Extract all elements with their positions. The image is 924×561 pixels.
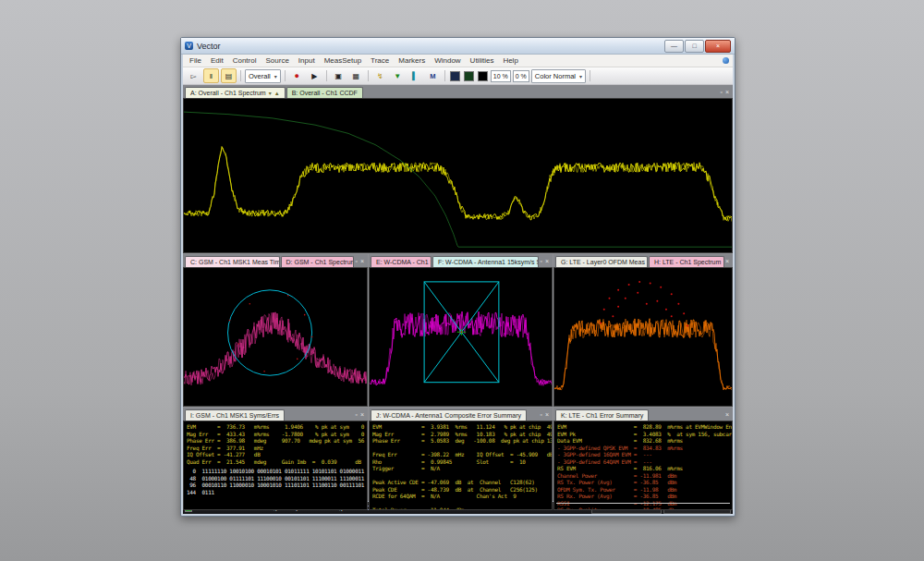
pause-button[interactable]: ‖ <box>203 68 219 83</box>
percent-field-2[interactable]: 0 % <box>513 70 529 82</box>
menu-file[interactable]: File <box>185 56 206 65</box>
pane-lte: G: LTE - Layer0 OFDM Meas H: LTE - Ch1 S… <box>553 254 733 407</box>
tab-gsm-syms-errs[interactable]: I: GSM - Ch1 MSK1 Syms/Errs <box>185 409 285 421</box>
trace-color-swatch-3[interactable] <box>478 71 488 81</box>
tab-wcdma-meas-time[interactable]: F: W-CDMA - Antenna1 15ksym/s SF256(I) M… <box>432 256 539 267</box>
app-icon: V <box>185 42 193 50</box>
measurement-preset-dropdown[interactable]: Overall▾ <box>245 69 281 83</box>
pane-undock-icon[interactable]: ▫ <box>540 411 541 419</box>
close-button[interactable]: × <box>705 40 731 53</box>
summary-end-divider <box>556 503 730 504</box>
menu-markers[interactable]: Markers <box>394 56 430 65</box>
color-mode-dropdown[interactable]: Color Normal▾ <box>531 69 586 83</box>
playback-button[interactable]: ▶ <box>307 68 322 83</box>
marker-lightning-icon[interactable]: ↯ <box>372 68 388 83</box>
plot-gsm <box>184 268 367 406</box>
menu-edit[interactable]: Edit <box>206 56 228 65</box>
summary-row: Channel Power = -11.981 dBm <box>557 472 732 480</box>
summary-row: Mag Err = 433.43 m%rms -1.7800 % pk at s… <box>187 431 367 438</box>
pane-gsm: C: GSM - Ch1 MSK1 Meas Time D: GSM - Ch1… <box>183 254 368 407</box>
pane-close-icon[interactable]: × <box>545 411 549 419</box>
summary-row: IQ Offset = -41.277 dB <box>187 451 367 458</box>
gsm-syms-errs-panel[interactable]: EVM = 736.73 m%rms 1.9406 % pk at sym 0M… <box>183 421 368 510</box>
top-tab-strip: A: Overall - Ch1 Spectrum ▾ ▲ B: Overall… <box>183 85 733 98</box>
menu-meassetup[interactable]: MeasSetup <box>320 56 366 65</box>
summary-row: EVM = 736.73 m%rms 1.9406 % pk at sym 0 <box>187 423 367 431</box>
tab-wcdma-spectrum[interactable]: E: W-CDMA - Ch1 Spectrum <box>371 256 432 267</box>
tab-overall-ccdf[interactable]: B: Overall - Ch1 CCDF <box>286 87 363 98</box>
tab-gsm-meas-time[interactable]: C: GSM - Ch1 MSK1 Meas Time <box>185 256 280 267</box>
pane-close-icon[interactable]: × <box>360 411 364 419</box>
menu-control[interactable]: Control <box>228 56 261 65</box>
menu-trace[interactable]: Trace <box>366 56 394 65</box>
plot-overall-spectrum <box>184 99 732 252</box>
pane-close-icon[interactable]: × <box>725 89 729 96</box>
tab-lte-error-summary[interactable]: K: LTE - Ch1 Error Summary <box>555 409 649 421</box>
tab-gsm-spectrum[interactable]: D: GSM - Ch1 Spectrum <box>281 256 355 267</box>
menu-utilities[interactable]: Utilities <box>466 56 499 65</box>
summary-row: 48 01000100 01111101 11100010 00101101 1… <box>187 475 367 482</box>
overall-spectrum-plot[interactable] <box>183 98 733 253</box>
pane-gsm-summary: I: GSM - Ch1 MSK1 Syms/Errs ▫ × EVM = 73… <box>183 408 368 510</box>
tab-lte-ofdm-meas[interactable]: G: LTE - Layer0 OFDM Meas <box>555 256 648 267</box>
pane-wcdma: E: W-CDMA - Ch1 Spectrum F: W-CDMA - Ant… <box>369 254 553 407</box>
summary-row: EVM Pk = 3.4083 % at sym 156, subcar 148 <box>557 431 732 438</box>
summary-row: Freq Err = -398.22 mHz IQ Offset = -45.9… <box>372 451 552 458</box>
menu-input[interactable]: Input <box>294 56 320 65</box>
tab-wcdma-error-summary[interactable]: J: W-CDMA - Antenna1 Composite Error Sum… <box>371 409 527 421</box>
tab-pin-icon[interactable]: ▲ <box>274 91 280 96</box>
marker-triangle-icon[interactable]: ▼ <box>390 68 406 83</box>
summary-row: 0 11111110 10010100 00010101 01011111 10… <box>187 468 367 475</box>
pane-undock-icon[interactable]: ▫ <box>540 258 541 265</box>
summary-row: Phase Err = 5.0583 deg -100.08 deg pk at… <box>372 437 552 445</box>
plot-lte <box>554 268 732 406</box>
pane-undock-icon[interactable]: ▫ <box>355 258 357 265</box>
lte-summary-rows: EVM = 828.89 m%rms at EVMWindow EndEVM P… <box>557 423 732 510</box>
summary-row: EVM = 3.9381 %rms 11.124 % pk at chip 49… <box>372 423 552 431</box>
summary-row: - 3GPP-defined QPSK EVM = 834.83 m%rms <box>557 445 732 452</box>
maximize-button[interactable]: □ <box>685 40 704 53</box>
pane-close-icon[interactable]: × <box>725 411 729 419</box>
summary-row: RS Rx. Quality = -10.485 dB <box>557 506 732 510</box>
layout-grid-icon[interactable]: ▣ <box>331 68 346 83</box>
pane-close-icon[interactable]: × <box>360 258 364 265</box>
tab-dropdown-icon[interactable]: ▾ <box>269 90 272 96</box>
pane-close-icon[interactable]: × <box>545 258 549 265</box>
summary-row <box>372 500 552 507</box>
pane-overall: A: Overall - Ch1 Spectrum ▾ ▲ B: Overall… <box>183 85 733 253</box>
wcdma-error-summary-panel[interactable]: EVM = 3.9381 %rms 11.124 % pk at chip 49… <box>369 421 553 510</box>
tab-overall-spectrum[interactable]: A: Overall - Ch1 Spectrum ▾ ▲ <box>185 87 286 98</box>
workspace: A: Overall - Ch1 Spectrum ▾ ▲ B: Overall… <box>183 85 733 501</box>
summary-row: EVM = 828.89 m%rms at EVMWindow End <box>557 423 732 431</box>
minimize-button[interactable]: — <box>664 40 684 53</box>
vsa-app-window: V Vector — □ × File Edit Control Source … <box>180 37 736 517</box>
gsm-plot[interactable] <box>183 267 368 407</box>
menu-source[interactable]: Source <box>261 56 293 65</box>
percent-field-1[interactable]: 10 % <box>491 70 511 82</box>
summary-row: Peak Active CDE = -47.069 dB at Channel … <box>372 479 552 486</box>
restart-button[interactable]: ▤ <box>221 68 237 83</box>
wcdma-summary-rows: EVM = 3.9381 %rms 11.124 % pk at chip 49… <box>372 423 552 510</box>
pane-close-icon[interactable]: × <box>725 258 729 265</box>
lte-plot[interactable] <box>553 267 733 407</box>
summary-row: Peak CDE = -48.739 dB at Channel C256(12… <box>372 486 552 494</box>
pointer-tool-icon[interactable]: ▻ <box>186 68 201 83</box>
wcdma-plot[interactable] <box>369 267 553 407</box>
record-button[interactable]: ● <box>289 68 305 83</box>
summary-row: 96 00010110 11000010 10001010 11101101 1… <box>187 482 367 489</box>
menu-window[interactable]: Window <box>430 56 465 65</box>
tab-lte-spectrum[interactable]: H: LTE - Ch1 Spectrum <box>649 256 724 267</box>
pane-undock-icon[interactable]: ▫ <box>720 89 722 96</box>
title-bar[interactable]: V Vector — □ × <box>181 38 735 55</box>
lte-error-summary-panel[interactable]: EVM = 828.89 m%rms at EVMWindow EndEVM P… <box>553 421 733 510</box>
gsm-bits-rows: 0 11111110 10010100 00010101 01011111 10… <box>187 468 367 495</box>
summary-row: - 3GPP-defined 64QAM EVM = --- <box>557 458 732 466</box>
marker-m-icon[interactable]: M <box>425 68 441 83</box>
trace-color-swatch-2[interactable] <box>464 71 474 81</box>
layout-quad-icon[interactable]: ▦ <box>348 68 364 83</box>
trace-color-swatch-1[interactable] <box>450 71 460 81</box>
pane-undock-icon[interactable]: ▫ <box>355 411 357 419</box>
gsm-summary-rows: EVM = 736.73 m%rms 1.9406 % pk at sym 0M… <box>187 423 367 465</box>
marker-bar-icon[interactable]: ▍ <box>407 68 423 83</box>
menu-help[interactable]: Help <box>498 56 522 65</box>
